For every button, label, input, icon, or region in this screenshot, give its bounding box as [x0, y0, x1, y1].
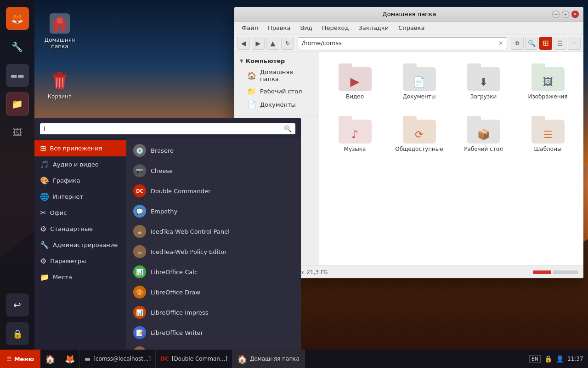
storage-used-bar	[533, 270, 551, 274]
app-lo-writer[interactable]: 📝 LibreOffice Writer	[126, 322, 301, 343]
file-item-music[interactable]: ♪ Музыка	[326, 111, 384, 157]
file-item-public[interactable]: ⟳ Общедоступные	[390, 111, 448, 157]
sidebar-documents-icon: 📄	[247, 100, 256, 109]
fm-path-bar[interactable]: /home/comss ✕	[298, 37, 507, 49]
app-lo-impress[interactable]: 📊 LibreOffice Impress	[126, 302, 301, 322]
refresh-button[interactable]: ↻	[281, 37, 294, 50]
category-standard[interactable]: ⚙ Стандартные	[34, 221, 126, 237]
app-icedtea-cp[interactable]: ☕ IcedTea-Web Control Panel	[126, 221, 301, 242]
sidebar-computer-section[interactable]: ▼ Компьютер	[234, 56, 319, 66]
taskbar-right: EN 🔒 👤 11:37	[529, 355, 588, 363]
app-icedtea-pe[interactable]: ☕ IcedTea-Web Policy Editor	[126, 242, 301, 262]
app-lo-draw-label: LibreOffice Draw	[151, 289, 200, 296]
panel-firefox[interactable]: 🦊	[6, 7, 29, 30]
svg-rect-4	[57, 72, 62, 75]
file-item-templates[interactable]: ☰ Шаблоны	[519, 111, 577, 157]
icon-view-button[interactable]: ⊞	[539, 37, 552, 50]
music-folder-label: Музыка	[344, 146, 366, 152]
file-item-video[interactable]: ▶ Видео	[326, 59, 384, 104]
desktop-icon-home[interactable]: Домашняя папка	[41, 12, 78, 50]
home-folder-label: Домашняя папка	[41, 37, 78, 50]
office-icon: ✂	[40, 208, 46, 217]
category-all[interactable]: ⊞ Все приложения	[34, 140, 126, 156]
category-graphics[interactable]: 🎨 Графика	[34, 172, 126, 189]
app-lo-draw[interactable]: 🎨 LibreOffice Draw	[126, 282, 301, 302]
forward-button[interactable]: ▶	[252, 37, 265, 50]
menu-content: ⊞ Все приложения 🎵 Аудио и видео 🎨 Графи…	[34, 138, 301, 350]
app-double-commander[interactable]: DC Double Commander	[126, 181, 301, 201]
sidebar-documents[interactable]: 📄 Документы	[236, 98, 317, 111]
app-lo-calc[interactable]: 📊 LibreOffice Calc	[126, 262, 301, 282]
panel-imageviewer[interactable]: 🖼	[6, 121, 29, 144]
taskbar-item-home-icon[interactable]: 🏠	[40, 350, 60, 368]
fm-menu-edit[interactable]: Правка	[264, 23, 294, 33]
app-lo-impress-label: LibreOffice Impress	[151, 309, 209, 316]
panel-lock[interactable]: 🔒	[6, 322, 29, 345]
category-places[interactable]: 📁 Места	[34, 269, 126, 285]
desktop-icon-trash[interactable]: Корзина	[41, 68, 78, 100]
fm-menu-go[interactable]: Переход	[318, 23, 353, 33]
category-settings[interactable]: ⚙ Параметры	[34, 253, 126, 269]
storage-free-bar	[553, 270, 578, 274]
panel-terminal[interactable]: ▬▬	[6, 64, 29, 87]
new-window-button[interactable]: ⧉	[511, 37, 524, 50]
audio-icon: 🎵	[40, 160, 49, 169]
search-input[interactable]	[44, 125, 284, 132]
fm-menu-help[interactable]: Справка	[395, 23, 428, 33]
compact-view-button[interactable]: ≡	[568, 37, 581, 50]
category-admin[interactable]: 🔧 Администрирование	[34, 237, 126, 253]
panel-tools[interactable]: 🔧	[6, 35, 29, 58]
back-button[interactable]: ◀	[237, 37, 250, 50]
fm-menubar: Файл Правка Вид Переход Закладки Справка	[234, 22, 583, 34]
brasero-icon: 💿	[133, 144, 146, 157]
category-office-label: Офис	[50, 209, 67, 216]
places-icon: 📁	[40, 273, 49, 282]
list-view-button[interactable]: ☰	[554, 37, 566, 50]
search-button[interactable]: 🔍	[525, 37, 538, 50]
admin-icon: 🔧	[40, 241, 49, 249]
fm-menu-file[interactable]: Файл	[238, 23, 262, 33]
app-cheese[interactable]: 📷 Cheese	[126, 161, 301, 181]
svg-line-5	[57, 78, 57, 87]
taskbar-item-firefox[interactable]: 🦊	[60, 350, 80, 368]
taskbar-time: 11:37	[567, 356, 583, 362]
app-openjdk[interactable]: ☕ OpenJDK 1.8.0 Policy Tool 1.8.0.212.b0…	[126, 343, 301, 350]
sidebar-desktop-icon: 📁	[247, 87, 256, 96]
close-button[interactable]: ✕	[571, 11, 579, 18]
sidebar-home-label: Домашняя папка	[260, 69, 311, 82]
file-item-downloads[interactable]: ⬇ Загрузки	[455, 59, 512, 104]
sidebar-desktop[interactable]: 📁 Рабочий стол	[236, 85, 317, 98]
maximize-button[interactable]: +	[562, 11, 569, 18]
file-item-docs[interactable]: 📄 Документы	[390, 59, 448, 104]
taskbar-item-double-commander[interactable]: DC [Double Comman...]	[156, 350, 232, 368]
app-brasero[interactable]: 💿 Brasero	[126, 140, 301, 161]
sidebar-home-icon: 🏠	[247, 71, 256, 80]
panel-files[interactable]: 📁	[6, 92, 29, 115]
keyboard-layout[interactable]: EN	[529, 355, 541, 363]
sidebar-home[interactable]: 🏠 Домашняя папка	[236, 66, 317, 85]
app-cheese-label: Cheese	[151, 167, 173, 174]
category-audio[interactable]: 🎵 Аудио и видео	[34, 156, 126, 172]
app-empathy[interactable]: 💬 Empathy	[126, 201, 301, 221]
panel-logout[interactable]: ↩	[6, 293, 29, 316]
taskbar-item-terminal[interactable]: ▬ [comss@localhost...]	[80, 350, 156, 368]
up-button[interactable]: ▲	[266, 37, 279, 50]
lo-draw-icon: 🎨	[133, 286, 146, 299]
fm-title: Домашняя папка	[383, 11, 436, 17]
fm-menu-view[interactable]: Вид	[296, 23, 316, 33]
fm-menu-bookmarks[interactable]: Закладки	[355, 23, 392, 33]
category-internet[interactable]: 🌐 Интернет	[34, 189, 126, 205]
public-folder-icon: ⟳	[403, 116, 436, 144]
category-office[interactable]: ✂ Офис	[34, 205, 126, 221]
file-item-images[interactable]: 🖼 Изображения	[519, 59, 577, 104]
path-clear-icon[interactable]: ✕	[498, 40, 503, 46]
taskbar-item-home-fm[interactable]: 🏠 Домашняя папка	[232, 350, 305, 368]
empathy-icon: 💬	[133, 205, 146, 218]
category-all-label: Все приложения	[50, 145, 102, 152]
wm-buttons: — + ✕	[552, 11, 579, 18]
app-brasero-label: Brasero	[151, 147, 174, 154]
minimize-button[interactable]: —	[552, 11, 560, 18]
file-item-desktop[interactable]: 📦 Рабочий стол	[455, 111, 512, 157]
taskbar-menu-button[interactable]: ☰ Меню	[0, 350, 40, 368]
search-icon[interactable]: 🔍	[284, 125, 292, 132]
